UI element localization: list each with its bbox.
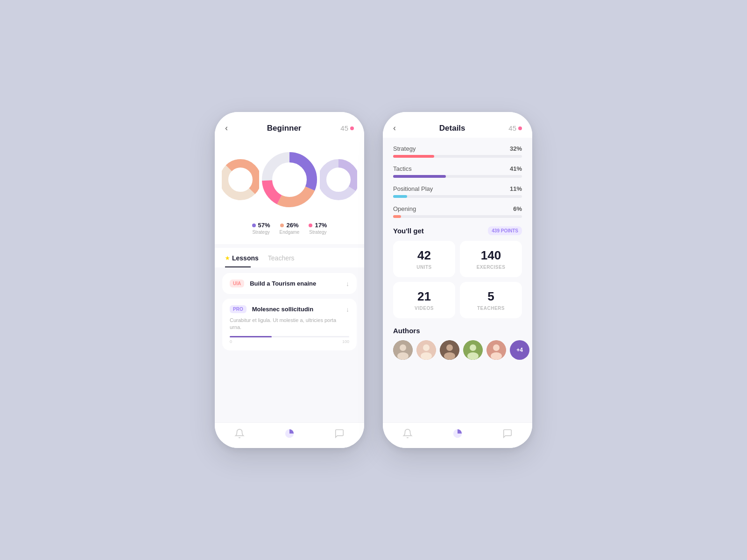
- avatar-img-0: [393, 340, 413, 360]
- legend-dot-2: [309, 224, 312, 227]
- tabs-row: ★ Lessons Teachers: [225, 254, 354, 266]
- points-badge: 439 POINTS: [488, 226, 522, 235]
- lesson-card-0[interactable]: UIA Build a Tourism enaine ↓: [222, 273, 357, 294]
- authors-row: +4: [393, 340, 522, 360]
- progress-labels-1: 0 100: [230, 339, 349, 344]
- stat-name-2: Positional Play: [393, 185, 433, 192]
- legend-item-1: 26% Endgame: [280, 222, 300, 235]
- back-button-left[interactable]: ‹: [225, 123, 228, 133]
- donut-side-right: [320, 147, 357, 212]
- right-bottom-nav: [383, 422, 532, 448]
- right-badge-number: 45: [508, 124, 516, 132]
- nav-chat-right[interactable]: [502, 428, 513, 439]
- svg-point-21: [467, 352, 479, 360]
- nav-chat-left[interactable]: [334, 428, 345, 439]
- avatar-img-4: [486, 340, 506, 360]
- right-title: Details: [439, 124, 465, 133]
- authors-section: Authors: [393, 327, 522, 360]
- progress-start-1: 0: [230, 339, 232, 344]
- right-badge: 45: [508, 124, 522, 132]
- svg-point-24: [491, 352, 502, 360]
- avatar-img-1: [416, 340, 436, 360]
- left-header: ‹ Beginner 45: [215, 112, 364, 138]
- stat-bar-bg-3: [393, 215, 522, 218]
- author-avatar-1[interactable]: [416, 340, 436, 360]
- chart-section: 57% Strategy 26% Endgame 17%: [215, 138, 364, 244]
- stat-card-label-2: VIDEOS: [415, 306, 434, 311]
- youll-get-title: You'll get: [393, 227, 424, 235]
- stat-bar-fill-1: [393, 175, 446, 178]
- donut-row: [215, 142, 364, 217]
- legend-item-2: 17% Strategy: [309, 222, 327, 235]
- legend-pct-0: 57%: [258, 222, 270, 229]
- stat-bar-bg-0: [393, 155, 522, 158]
- stat-card-videos: 21 VIDEOS: [393, 282, 455, 318]
- lesson-desc-1: Curabitur et ligula. Ut molestie a, ultr…: [230, 317, 349, 331]
- tab-teachers[interactable]: Teachers: [268, 254, 295, 266]
- stat-bar-bg-2: [393, 195, 522, 198]
- legend-label-0: Strategy: [252, 230, 269, 235]
- legend-row: 57% Strategy 26% Endgame 17%: [243, 217, 337, 235]
- legend-label-2: Strategy: [309, 230, 326, 235]
- svg-point-15: [421, 352, 432, 360]
- stat-bar-fill-0: [393, 155, 434, 158]
- stat-name-3: Opening: [393, 205, 416, 212]
- svg-point-12: [397, 352, 409, 360]
- stat-row-2: Positional Play 11%: [393, 185, 522, 198]
- nav-chart-right[interactable]: [452, 428, 463, 439]
- tab-teachers-label: Teachers: [268, 254, 295, 262]
- legend-dot-1: [280, 224, 284, 227]
- more-authors-button[interactable]: +4: [510, 340, 529, 360]
- nav-chart-left[interactable]: [284, 428, 295, 439]
- stat-card-number-1: 140: [481, 248, 501, 263]
- stat-card-exercises: 140 EXERCISES: [460, 241, 522, 277]
- lesson-title-1: Molesnec sollicitudin: [252, 306, 340, 313]
- avatar-img-2: [440, 340, 459, 360]
- stat-card-number-2: 21: [417, 289, 431, 304]
- stat-header-2: Positional Play 11%: [393, 185, 522, 192]
- lesson-arrow-0: ↓: [346, 280, 349, 287]
- svg-point-23: [493, 344, 500, 351]
- lesson-tag-1: PRO: [230, 305, 247, 313]
- progress-fill-1: [230, 336, 272, 337]
- avatar-img-3: [463, 340, 483, 360]
- svg-point-14: [423, 344, 430, 351]
- svg-point-18: [444, 352, 455, 360]
- stat-card-label-3: TEACHERS: [477, 306, 505, 311]
- details-content: Strategy 32% Tactics 41%: [383, 138, 532, 422]
- nav-bell-right[interactable]: [402, 428, 413, 439]
- stat-row-0: Strategy 32%: [393, 145, 522, 158]
- legend-item-0: 57% Strategy: [252, 222, 270, 235]
- stat-pct-2: 11%: [510, 185, 522, 192]
- author-avatar-2[interactable]: [440, 340, 459, 360]
- stat-card-teachers: 5 TEACHERS: [460, 282, 522, 318]
- author-avatar-4[interactable]: [486, 340, 506, 360]
- author-avatar-0[interactable]: [393, 340, 413, 360]
- stat-header-0: Strategy 32%: [393, 145, 522, 152]
- nav-bell-left[interactable]: [234, 428, 245, 439]
- right-header: ‹ Details 45: [383, 112, 532, 138]
- back-button-right[interactable]: ‹: [393, 123, 396, 133]
- stat-card-number-3: 5: [487, 289, 494, 304]
- stat-pct-3: 6%: [513, 205, 522, 212]
- donut-side-left: [222, 147, 259, 212]
- lesson-arrow-1: ↓: [346, 306, 349, 313]
- badge-dot-left: [350, 126, 354, 130]
- tabs-section: ★ Lessons Teachers: [215, 248, 364, 267]
- stat-card-label-0: UNITS: [416, 265, 432, 270]
- stat-bar-fill-2: [393, 195, 407, 198]
- stat-card-number-0: 42: [417, 248, 431, 263]
- svg-point-11: [400, 344, 406, 351]
- stats-grid: 42 UNITS 140 EXERCISES 21 VIDEOS 5 TEACH…: [393, 241, 522, 318]
- stat-card-label-1: EXERCISES: [477, 265, 506, 270]
- tab-lessons[interactable]: ★ Lessons: [225, 254, 259, 266]
- left-title: Beginner: [267, 124, 302, 133]
- author-avatar-3[interactable]: [463, 340, 483, 360]
- lesson-tag-0: UIA: [230, 280, 244, 287]
- svg-point-20: [470, 344, 476, 351]
- legend-pct-1: 26%: [286, 222, 298, 229]
- lesson-card-1[interactable]: PRO Molesnec sollicitudin ↓ Curabitur et…: [222, 299, 357, 350]
- stat-card-units: 42 UNITS: [393, 241, 455, 277]
- lesson-card-0-header: UIA Build a Tourism enaine ↓: [230, 280, 349, 287]
- progress-bar-1: [230, 336, 349, 337]
